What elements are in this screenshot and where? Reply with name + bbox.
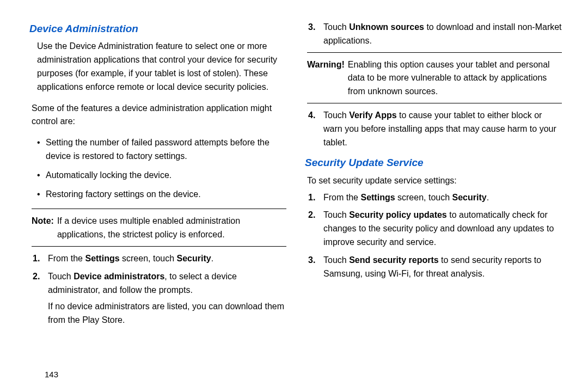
section-security-update: Security Update Service: [307, 155, 562, 170]
sus-lead: To set security update service settings:: [307, 174, 562, 188]
step-number: 1.: [33, 252, 40, 266]
steps-list-cont2: 4. Touch Verify Apps to cause your table…: [307, 109, 562, 149]
step-text: Touch Verify Apps to cause your tablet t…: [323, 111, 556, 147]
step-text: Touch Device administrators, to select a…: [48, 272, 237, 295]
note-label: Note:: [32, 215, 54, 242]
features-lead: Some of the features a device administra…: [32, 102, 286, 129]
step-text: Touch Send security reports to send secu…: [323, 255, 541, 278]
bullet-item: Automatically locking the device.: [37, 169, 286, 182]
bullet-item: Restoring factory settings on the device…: [37, 188, 286, 201]
step-number: 3.: [308, 254, 315, 267]
note-body: If a device uses multiple enabled admini…: [57, 215, 286, 242]
step-number: 3.: [308, 21, 315, 34]
step-4: 4. Touch Verify Apps to cause your table…: [307, 109, 562, 149]
heading-security-update: Security Update Service: [305, 155, 562, 170]
sus-steps: 1. From the Settings screen, touch Secur…: [307, 191, 562, 281]
note-block: Note: If a device uses multiple enabled …: [32, 215, 286, 242]
warning-body: Enabling this option causes your tablet …: [348, 58, 562, 99]
sus-step-2: 2. Touch Security policy updates to auto…: [307, 209, 562, 249]
bullet-item: Setting the number of failed password at…: [37, 136, 286, 163]
heading-device-admin: Device Administration: [29, 21, 286, 36]
step-text: From the Settings screen, touch Security…: [48, 254, 213, 263]
step-text: Touch Security policy updates to automat…: [323, 210, 554, 247]
step-2-subtext: If no device administrators are listed, …: [48, 300, 286, 327]
divider: [307, 52, 562, 53]
step-number: 4.: [308, 109, 315, 122]
manual-page: Device Administration Use the Device Adm…: [0, 0, 588, 332]
step-2: 2. Touch Device administrators, to selec…: [32, 270, 286, 327]
divider: [307, 103, 562, 103]
step-text: Touch Unknown sources to download and in…: [323, 22, 562, 45]
divider: [32, 246, 286, 247]
left-column: Device Administration Use the Device Adm…: [32, 21, 286, 332]
step-number: 2.: [33, 270, 40, 284]
divider: [32, 209, 286, 209]
steps-list-cont: 3. Touch Unknown sources to download and…: [307, 21, 562, 48]
page-number: 143: [45, 370, 58, 379]
steps-list: 1. From the Settings screen, touch Secur…: [32, 252, 286, 327]
features-bullets: Setting the number of failed password at…: [32, 136, 286, 201]
sus-step-3: 3. Touch Send security reports to send s…: [307, 254, 562, 281]
right-column: 3. Touch Unknown sources to download and…: [307, 21, 562, 332]
warning-block: Warning! Enabling this option causes you…: [307, 58, 562, 99]
intro-paragraph: Use the Device Administration feature to…: [32, 40, 286, 94]
step-number: 1.: [308, 191, 315, 205]
step-1: 1. From the Settings screen, touch Secur…: [32, 252, 286, 266]
sus-step-1: 1. From the Settings screen, touch Secur…: [307, 191, 562, 205]
warning-label: Warning!: [307, 58, 345, 99]
step-text: From the Settings screen, touch Security…: [323, 193, 489, 202]
step-number: 2.: [308, 209, 315, 222]
step-3: 3. Touch Unknown sources to download and…: [307, 21, 562, 48]
